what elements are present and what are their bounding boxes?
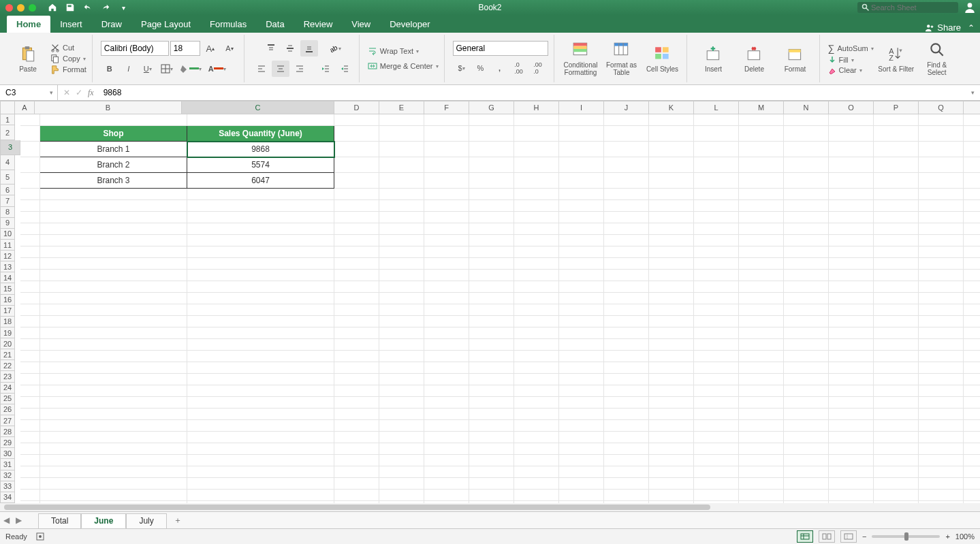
row-header-2[interactable]: 2 [0,125,15,140]
cell-I33[interactable] [559,501,604,504]
cell-J16[interactable] [604,304,649,316]
cell-H1[interactable] [514,114,559,126]
cell-J5[interactable] [604,173,649,189]
cell-C11[interactable] [187,246,334,258]
cell-N10[interactable] [784,235,829,246]
cell-A14[interactable] [20,281,40,293]
cell-I3[interactable] [559,142,604,157]
cell-C3[interactable]: 9868 [187,142,334,157]
cell-I29[interactable] [559,455,604,466]
cell-O16[interactable] [829,304,874,316]
cell-H19[interactable] [514,339,559,351]
comma-button[interactable]: , [491,60,509,76]
cell-Q17[interactable] [919,316,964,327]
clear-button[interactable]: Clear [828,66,862,74]
cell-E27[interactable] [379,432,424,443]
cell-B5[interactable]: Branch 3 [40,173,187,189]
cell-P28[interactable] [874,443,919,455]
cell-D12[interactable] [334,258,379,270]
cell-O19[interactable] [829,339,874,351]
cell-E22[interactable] [379,374,424,385]
cell-P1[interactable] [874,114,919,126]
cell-J3[interactable] [604,142,649,157]
cell-R22[interactable] [964,374,981,385]
col-header-R[interactable]: R [964,101,980,114]
cell-E4[interactable] [379,157,424,173]
tab-data[interactable]: Data [256,16,294,33]
cell-I6[interactable] [559,189,604,200]
cell-J8[interactable] [604,212,649,223]
cell-A7[interactable] [20,200,40,212]
cell-Q19[interactable] [919,339,964,351]
cell-R19[interactable] [964,339,981,351]
col-header-J[interactable]: J [604,101,649,114]
cell-B28[interactable] [40,443,187,455]
col-header-G[interactable]: G [469,101,514,114]
cell-Q16[interactable] [919,304,964,316]
cell-E16[interactable] [379,304,424,316]
cell-L9[interactable] [694,223,739,235]
cell-A6[interactable] [20,189,40,200]
cell-J10[interactable] [604,235,649,246]
cell-F12[interactable] [424,258,469,270]
col-header-H[interactable]: H [514,101,559,114]
row-header-16[interactable]: 16 [0,295,15,306]
cell-E12[interactable] [379,258,424,270]
cell-G29[interactable] [469,455,514,466]
cell-O33[interactable] [829,501,874,504]
spreadsheet-grid[interactable]: ABCDEFGHIJKLMNOPQR 123456789101112131415… [0,101,980,511]
row-header-9[interactable]: 9 [0,218,15,229]
expand-formula-bar-icon[interactable]: ▾ [966,89,980,96]
cell-E21[interactable] [379,362,424,374]
cell-N22[interactable] [784,374,829,385]
collapse-ribbon-icon[interactable]: ⌃ [968,23,975,33]
cell-L27[interactable] [694,432,739,443]
cell-G4[interactable] [469,157,514,173]
cell-R5[interactable] [964,173,981,189]
row-header-24[interactable]: 24 [0,383,15,394]
search-sheet-box[interactable] [857,2,958,13]
cell-N17[interactable] [784,316,829,327]
row-header-28[interactable]: 28 [0,426,15,437]
cell-B3[interactable]: Branch 1 [40,142,187,157]
cell-Q15[interactable] [919,293,964,304]
cell-L3[interactable] [694,142,739,157]
cell-A15[interactable] [20,293,40,304]
cell-C29[interactable] [187,455,334,466]
share-button[interactable]: Share [925,22,961,33]
cell-M33[interactable] [739,501,784,504]
cell-L12[interactable] [694,258,739,270]
cell-B24[interactable] [40,397,187,409]
undo-icon[interactable] [82,2,93,13]
cell-N1[interactable] [784,114,829,126]
cell-R9[interactable] [964,223,981,235]
cell-A2[interactable] [20,126,40,142]
cell-P12[interactable] [874,258,919,270]
cell-Q29[interactable] [919,455,964,466]
cell-B19[interactable] [40,339,187,351]
cell-M17[interactable] [739,316,784,327]
cell-B6[interactable] [40,189,187,200]
cell-C10[interactable] [187,235,334,246]
cell-G13[interactable] [469,270,514,281]
cell-L26[interactable] [694,420,739,432]
cell-R24[interactable] [964,397,981,409]
cell-C24[interactable] [187,397,334,409]
row-header-5[interactable]: 5 [0,170,15,185]
cell-R11[interactable] [964,246,981,258]
fill-color-button[interactable] [177,61,204,77]
align-bottom-button[interactable] [300,40,318,57]
cell-F21[interactable] [424,362,469,374]
cell-R2[interactable] [964,126,981,142]
cell-J26[interactable] [604,420,649,432]
cell-F20[interactable] [424,351,469,362]
cell-R6[interactable] [964,189,981,200]
row-header-10[interactable]: 10 [0,229,15,240]
cell-J13[interactable] [604,270,649,281]
cell-I18[interactable] [559,327,604,339]
select-all-corner[interactable] [0,101,15,114]
cell-C20[interactable] [187,351,334,362]
sheet-tab-june[interactable]: June [81,513,126,529]
cell-J6[interactable] [604,189,649,200]
cell-C14[interactable] [187,281,334,293]
